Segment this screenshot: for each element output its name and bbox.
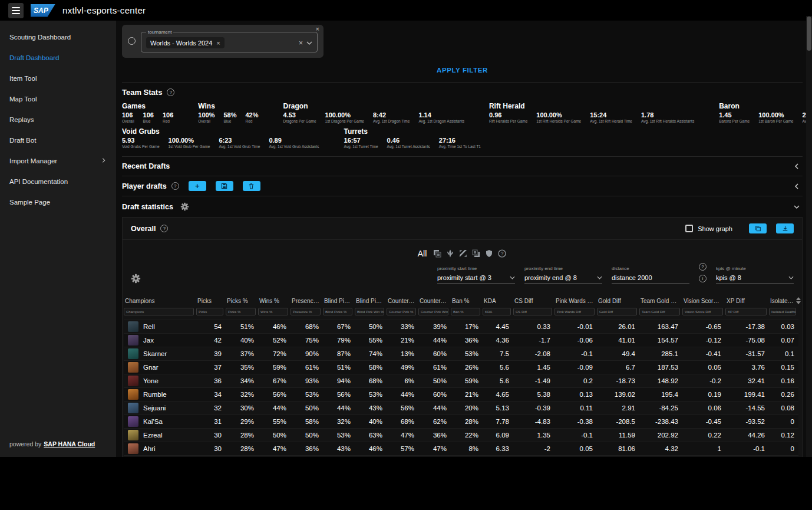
sidebar-item-replays[interactable]: Replays [0,109,116,130]
sidebar-item-import-manager[interactable]: Import Manager [0,150,116,171]
column-filter-team-gold-diff[interactable]: Team Gold Diff [639,308,680,315]
column-header-gold-diff[interactable]: Gold Diff [597,295,639,307]
table-row-jax[interactable]: Jax4240%52%75%79%55%21%44%36%4.36-1.7-0.… [124,334,798,347]
role-all-label[interactable]: All [418,249,427,258]
role-unknown-icon[interactable]: ? [498,249,507,258]
kpis-help-icon[interactable]: ? [699,263,707,271]
table-row-rell[interactable]: Rell5451%46%68%67%50%33%39%17%4.450.33-0… [124,320,798,334]
sidebar-item-sample-page[interactable]: Sample Page [0,192,116,212]
scrollbar-thumb[interactable] [807,17,811,51]
sidebar-item-scouting-dashboard[interactable]: Scouting Dashboard [0,27,116,47]
column-filter-gold-diff[interactable]: Gold Diff [597,308,637,315]
menu-button[interactable] [8,3,24,18]
table-row-kai-sa[interactable]: Kai'Sa3129%55%58%32%40%68%62%28%7.78-4.8… [124,415,798,429]
filter-remove-icon[interactable]: × [316,25,319,32]
column-filter-champions[interactable]: Champions [124,308,194,315]
sidebar-item-item-tool[interactable]: Item Tool [0,68,116,88]
filter-handle[interactable] [122,29,141,52]
column-header-cs-diff[interactable]: CS Diff [513,295,554,307]
column-header-blind-picks[interactable]: Blind Picks % [323,295,355,307]
distance-input[interactable]: distance distance 2000 [612,266,689,284]
table-row-ahri[interactable]: Ahri3028%47%36%43%46%57%47%8%6.33-20.058… [124,442,798,456]
column-header-wins[interactable]: Wins % [258,295,291,307]
kpis-select[interactable]: kpis @ minute kpis @ 8 [716,266,794,284]
show-graph-checkbox[interactable] [685,225,693,232]
column-header-pink-wards-diff[interactable]: Pink Wards Diff [554,295,597,307]
role-jungle-icon[interactable] [446,249,455,258]
column-filter-vision-score-diff[interactable]: Vision Score Diff [682,308,723,315]
add-draft-button[interactable]: + [189,181,206,191]
field-dropdown-caret-icon[interactable] [306,41,312,45]
column-filter-cs-diff[interactable]: CS Diff [513,308,552,315]
column-header-team-gold-diff[interactable]: Team Gold Diff [639,295,682,307]
role-top-icon[interactable] [433,249,442,258]
table-settings-gear-icon[interactable] [131,265,141,286]
proximity-end-select[interactable]: proximity end time proximity end @ 8 [524,266,602,284]
column-filter-blind-picks[interactable]: Blind Picks % [323,308,352,315]
table-row-yone[interactable]: Yone3634%67%93%94%68%6%50%59%5.6-1.490.2… [124,374,798,388]
sidebar-item-draft-dashboard[interactable]: Draft Dashboard [0,47,116,68]
sap-hana-cloud-link[interactable]: SAP HANA Cloud [44,440,95,448]
column-header-blind-pick-win[interactable]: Blind Pick Win % [355,295,387,307]
overall-help-icon[interactable]: ? [160,225,168,232]
sidebar-item-map-tool[interactable]: Map Tool [0,88,116,109]
table-row-sejuani[interactable]: Sejuani3230%44%50%44%43%56%44%20%5.13-0.… [124,402,798,415]
column-filter-ban[interactable]: Ban % [451,308,480,315]
sidebar-item-draft-bot[interactable]: Draft Bot [0,130,116,150]
team-stats-help-icon[interactable]: ? [167,88,174,96]
column-filter-presence[interactable]: Presence % [291,308,321,315]
draft-statistics-settings-gear-icon[interactable] [178,201,192,212]
kpis-info-icon[interactable]: i [699,275,707,282]
column-header-presence[interactable]: Presence % [291,295,323,307]
draft-statistics-expand-icon[interactable] [791,202,803,212]
column-header-champions[interactable]: Champions [124,295,196,307]
proximity-start-select[interactable]: proximity start time proximity start @ 3 [437,266,515,284]
column-filter-kda[interactable]: KDA [483,308,511,315]
copy-table-button[interactable] [749,223,767,233]
page-scrollbar[interactable] [806,16,812,457]
tournament-select-field[interactable]: tournament Worlds - Worlds 2024 × × [141,29,318,52]
player-drafts-collapse-icon[interactable] [791,182,803,191]
column-header-kda[interactable]: KDA [483,295,513,307]
column-header-counter-pick-wins[interactable]: Counter Pick Wins % [418,295,451,307]
delete-draft-button[interactable] [243,181,260,191]
role-support-icon[interactable] [485,249,494,258]
table-row-leona[interactable]: Leona2927%59%42%45%62%55%56%15%4.27-0.88… [124,456,798,458]
tournament-chip-remove-icon[interactable]: × [216,40,220,47]
column-header-picks[interactable]: Picks % [226,295,258,307]
apply-filter-button[interactable]: APPLY FILTER [437,67,488,74]
table-scrollbar[interactable] [795,297,802,304]
role-mid-icon[interactable] [459,249,468,258]
table-row-gnar[interactable]: Gnar3735%59%61%51%58%49%61%26%5.61.45-0.… [124,361,798,374]
column-filter-xp-diff[interactable]: XP Diff [725,308,767,315]
column-header-picks[interactable]: Picks [196,295,226,307]
cell-kda: 5.13 [483,402,513,415]
table-row-skarner[interactable]: Skarner3937%72%90%87%74%13%60%53%7.5-2.0… [124,347,798,361]
main-content: tournament Worlds - Worlds 2024 × × × AP… [116,21,812,457]
column-filter-wins[interactable]: Wins % [258,308,288,315]
role-bot-icon[interactable] [472,249,481,258]
sidebar-item-api-documentation[interactable]: API Documentation [0,171,116,192]
column-filter-blind-pick-win[interactable]: Blind Pick Win % [355,308,384,315]
show-graph-toggle[interactable]: Show graph [685,225,732,232]
column-filter-counter-pick[interactable]: Counter Pick % [387,308,416,315]
column-header-isolated-deaths[interactable]: Isolated Deaths [769,295,798,307]
field-clear-icon[interactable]: × [299,39,303,47]
column-filter-picks[interactable]: Picks % [226,308,256,315]
player-drafts-help-icon[interactable]: ? [171,182,179,190]
column-header-xp-diff[interactable]: XP Diff [725,295,769,307]
column-filter-isolated-deaths[interactable]: Isolated Deaths [769,308,796,315]
column-filter-counter-pick-wins[interactable]: Counter Pick Wins % [418,308,448,315]
save-draft-button[interactable] [216,181,233,191]
download-table-button[interactable] [776,223,794,233]
table-row-rumble[interactable]: Rumble3432%56%53%56%53%44%60%21%4.655.38… [124,388,798,402]
column-header-counter-pick[interactable]: Counter Pick % [387,295,418,307]
column-header-vision-score-diff[interactable]: Vision Score Diff [682,295,725,307]
tournament-chip[interactable]: Worlds - Worlds 2024 × [146,37,225,48]
column-filter-pink-wards-diff[interactable]: Pink Wards Diff [554,308,595,315]
cell-cs-diff: -1.49 [513,374,554,388]
recent-drafts-collapse-icon[interactable] [791,162,803,171]
column-filter-picks[interactable]: Picks [196,308,223,315]
table-row-ezreal[interactable]: Ezreal3028%50%50%53%63%47%36%22%6.091.35… [124,429,798,442]
column-header-ban[interactable]: Ban % [451,295,483,307]
